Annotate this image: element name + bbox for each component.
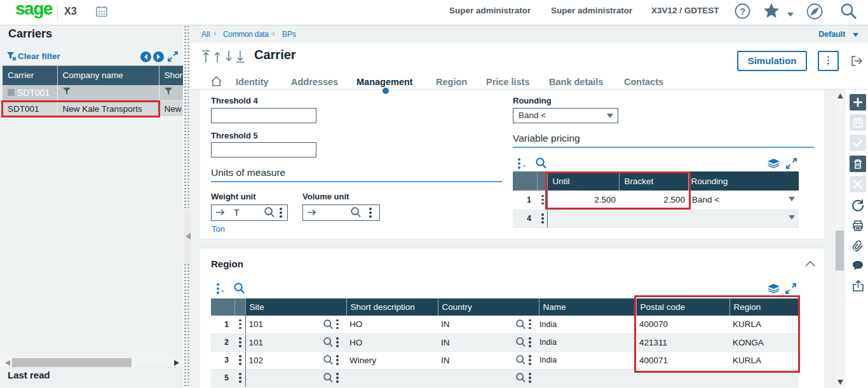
svg-text:?: ? — [740, 6, 745, 17]
